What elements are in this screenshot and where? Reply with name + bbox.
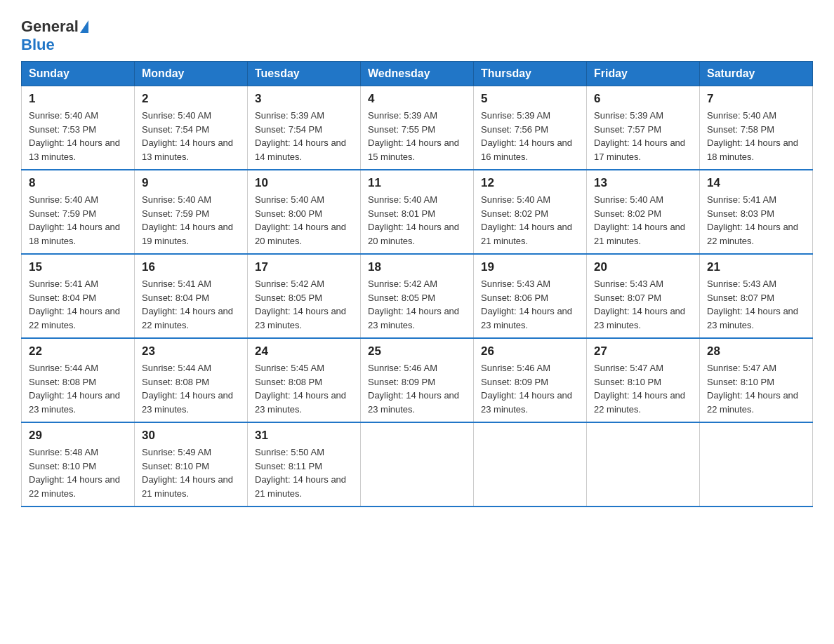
weekday-header-wednesday: Wednesday [361,62,474,86]
day-info: Sunrise: 5:49 AMSunset: 8:10 PMDaylight:… [142,445,240,500]
calendar-week-row: 15Sunrise: 5:41 AMSunset: 8:04 PMDayligh… [22,254,813,338]
day-info: Sunrise: 5:41 AMSunset: 8:03 PMDaylight:… [707,193,805,248]
calendar-week-row: 22Sunrise: 5:44 AMSunset: 8:08 PMDayligh… [22,338,813,422]
calendar-cell: 25Sunrise: 5:46 AMSunset: 8:09 PMDayligh… [361,338,474,422]
calendar-cell: 19Sunrise: 5:43 AMSunset: 8:06 PMDayligh… [474,254,587,338]
calendar-cell: 15Sunrise: 5:41 AMSunset: 8:04 PMDayligh… [22,254,135,338]
calendar-header: SundayMondayTuesdayWednesdayThursdayFrid… [22,62,813,86]
calendar-cell [474,422,587,507]
day-info: Sunrise: 5:43 AMSunset: 8:06 PMDaylight:… [481,277,579,332]
day-number: 29 [29,429,127,443]
day-number: 3 [255,92,353,106]
calendar-week-row: 8Sunrise: 5:40 AMSunset: 7:59 PMDaylight… [22,170,813,254]
day-info: Sunrise: 5:40 AMSunset: 7:59 PMDaylight:… [142,193,240,248]
day-info: Sunrise: 5:40 AMSunset: 8:02 PMDaylight:… [594,193,692,248]
calendar-cell [587,422,700,507]
calendar-cell: 27Sunrise: 5:47 AMSunset: 8:10 PMDayligh… [587,338,700,422]
calendar-cell: 2Sunrise: 5:40 AMSunset: 7:54 PMDaylight… [135,86,248,170]
calendar-cell: 21Sunrise: 5:43 AMSunset: 8:07 PMDayligh… [700,254,813,338]
calendar-cell: 6Sunrise: 5:39 AMSunset: 7:57 PMDaylight… [587,86,700,170]
logo-blue-text: Blue [21,36,55,54]
day-info: Sunrise: 5:40 AMSunset: 7:58 PMDaylight:… [707,109,805,163]
calendar-cell: 16Sunrise: 5:41 AMSunset: 8:04 PMDayligh… [135,254,248,338]
calendar-cell: 29Sunrise: 5:48 AMSunset: 8:10 PMDayligh… [22,422,135,507]
day-number: 20 [594,260,692,274]
day-info: Sunrise: 5:45 AMSunset: 8:08 PMDaylight:… [255,361,353,416]
calendar-cell: 3Sunrise: 5:39 AMSunset: 7:54 PMDaylight… [248,86,361,170]
calendar-cell: 9Sunrise: 5:40 AMSunset: 7:59 PMDaylight… [135,170,248,254]
day-number: 16 [142,260,240,274]
day-number: 24 [255,344,353,358]
day-number: 22 [29,344,127,358]
day-info: Sunrise: 5:43 AMSunset: 8:07 PMDaylight:… [707,277,805,332]
day-info: Sunrise: 5:43 AMSunset: 8:07 PMDaylight:… [594,277,692,332]
day-number: 26 [481,344,579,358]
calendar-cell: 23Sunrise: 5:44 AMSunset: 8:08 PMDayligh… [135,338,248,422]
calendar-cell: 11Sunrise: 5:40 AMSunset: 8:01 PMDayligh… [361,170,474,254]
calendar-cell [361,422,474,507]
logo: General Blue [21,18,90,54]
day-number: 28 [707,344,805,358]
calendar-cell: 22Sunrise: 5:44 AMSunset: 8:08 PMDayligh… [22,338,135,422]
day-info: Sunrise: 5:46 AMSunset: 8:09 PMDaylight:… [481,361,579,416]
calendar-cell: 20Sunrise: 5:43 AMSunset: 8:07 PMDayligh… [587,254,700,338]
day-number: 4 [368,92,466,106]
calendar-cell: 17Sunrise: 5:42 AMSunset: 8:05 PMDayligh… [248,254,361,338]
day-info: Sunrise: 5:50 AMSunset: 8:11 PMDaylight:… [255,445,353,500]
day-number: 5 [481,92,579,106]
day-info: Sunrise: 5:39 AMSunset: 7:54 PMDaylight:… [255,109,353,163]
calendar-cell: 13Sunrise: 5:40 AMSunset: 8:02 PMDayligh… [587,170,700,254]
day-info: Sunrise: 5:40 AMSunset: 7:53 PMDaylight:… [29,109,127,163]
calendar-week-row: 1Sunrise: 5:40 AMSunset: 7:53 PMDaylight… [22,86,813,170]
day-number: 6 [594,92,692,106]
day-number: 17 [255,260,353,274]
day-number: 30 [142,429,240,443]
day-info: Sunrise: 5:39 AMSunset: 7:56 PMDaylight:… [481,109,579,163]
weekday-header-thursday: Thursday [474,62,587,86]
day-info: Sunrise: 5:40 AMSunset: 7:59 PMDaylight:… [29,193,127,248]
day-number: 21 [707,260,805,274]
day-number: 1 [29,92,127,106]
calendar-cell: 12Sunrise: 5:40 AMSunset: 8:02 PMDayligh… [474,170,587,254]
calendar-cell: 1Sunrise: 5:40 AMSunset: 7:53 PMDaylight… [22,86,135,170]
day-info: Sunrise: 5:39 AMSunset: 7:55 PMDaylight:… [368,109,466,163]
calendar-cell: 10Sunrise: 5:40 AMSunset: 8:00 PMDayligh… [248,170,361,254]
calendar-cell: 5Sunrise: 5:39 AMSunset: 7:56 PMDaylight… [474,86,587,170]
day-number: 9 [142,176,240,190]
weekday-header-saturday: Saturday [700,62,813,86]
day-info: Sunrise: 5:41 AMSunset: 8:04 PMDaylight:… [29,277,127,332]
day-info: Sunrise: 5:40 AMSunset: 8:01 PMDaylight:… [368,193,466,248]
calendar-cell: 26Sunrise: 5:46 AMSunset: 8:09 PMDayligh… [474,338,587,422]
day-info: Sunrise: 5:44 AMSunset: 8:08 PMDaylight:… [29,361,127,416]
day-number: 27 [594,344,692,358]
day-info: Sunrise: 5:40 AMSunset: 8:02 PMDaylight:… [481,193,579,248]
calendar-cell: 18Sunrise: 5:42 AMSunset: 8:05 PMDayligh… [361,254,474,338]
calendar-cell: 7Sunrise: 5:40 AMSunset: 7:58 PMDaylight… [700,86,813,170]
day-number: 14 [707,176,805,190]
day-info: Sunrise: 5:41 AMSunset: 8:04 PMDaylight:… [142,277,240,332]
calendar-cell [700,422,813,507]
day-info: Sunrise: 5:47 AMSunset: 8:10 PMDaylight:… [707,361,805,416]
logo-general-text: General [21,18,79,36]
day-info: Sunrise: 5:48 AMSunset: 8:10 PMDaylight:… [29,445,127,500]
day-number: 18 [368,260,466,274]
weekday-header-friday: Friday [587,62,700,86]
page-header: General Blue [21,14,813,54]
day-info: Sunrise: 5:40 AMSunset: 7:54 PMDaylight:… [142,109,240,163]
calendar-body: 1Sunrise: 5:40 AMSunset: 7:53 PMDaylight… [22,86,813,507]
day-number: 19 [481,260,579,274]
day-info: Sunrise: 5:47 AMSunset: 8:10 PMDaylight:… [594,361,692,416]
calendar-table: SundayMondayTuesdayWednesdayThursdayFrid… [21,61,813,507]
day-info: Sunrise: 5:39 AMSunset: 7:57 PMDaylight:… [594,109,692,163]
day-number: 10 [255,176,353,190]
calendar-cell: 31Sunrise: 5:50 AMSunset: 8:11 PMDayligh… [248,422,361,507]
calendar-cell: 4Sunrise: 5:39 AMSunset: 7:55 PMDaylight… [361,86,474,170]
weekday-header-tuesday: Tuesday [248,62,361,86]
day-number: 12 [481,176,579,190]
calendar-cell: 30Sunrise: 5:49 AMSunset: 8:10 PMDayligh… [135,422,248,507]
day-number: 11 [368,176,466,190]
calendar-cell: 28Sunrise: 5:47 AMSunset: 8:10 PMDayligh… [700,338,813,422]
day-number: 25 [368,344,466,358]
day-info: Sunrise: 5:42 AMSunset: 8:05 PMDaylight:… [368,277,466,332]
day-number: 7 [707,92,805,106]
